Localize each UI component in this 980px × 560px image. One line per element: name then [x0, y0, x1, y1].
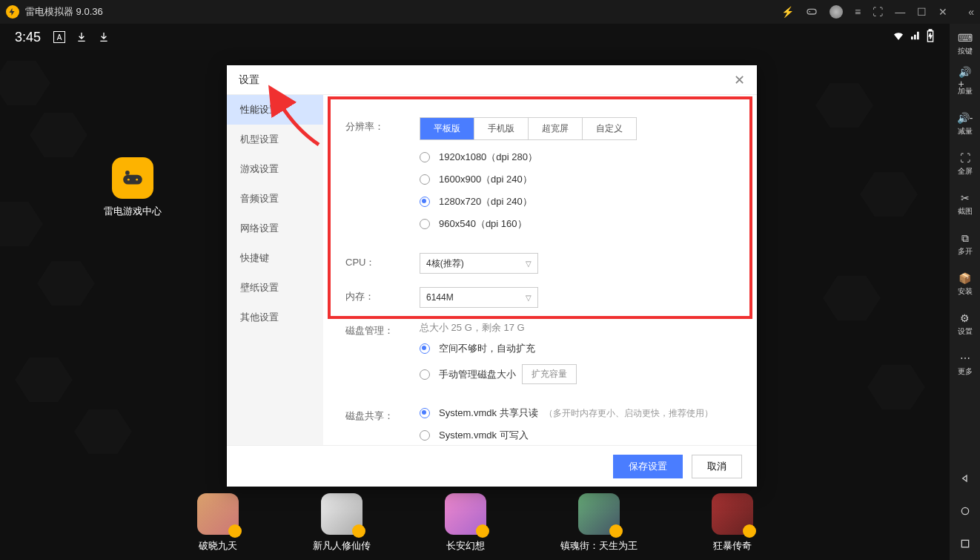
dock-item[interactable]: 狂暴传奇	[712, 493, 753, 560]
volume-up-icon: 🔊+	[959, 71, 972, 85]
cpu-select[interactable]: 4核(推荐) ▽	[420, 253, 538, 274]
android-back-button[interactable]	[950, 462, 980, 495]
close-button[interactable]: ✕	[938, 6, 947, 18]
dock: 破晓九天 新凡人修仙传 长安幻想 镇魂街：天生为王 狂暴传奇	[0, 486, 950, 560]
wifi-icon	[892, 29, 905, 45]
collapse-sidebar-button[interactable]: «	[968, 6, 974, 18]
settings-content: 分辨率： 平板版 手机版 超宽屏 自定义 1920x1080（dpi 280） …	[323, 95, 757, 445]
dialog-close-button[interactable]: ✕	[734, 72, 745, 88]
resolution-option-900p[interactable]: 1600x900（dpi 240）	[420, 173, 735, 186]
side-toolbar: ⌨按键 🔊+加量 🔊-减量 ⛶全屏 ✂截图 ⧉多开 📦安装 ⚙设置 ⋯更多	[950, 24, 980, 560]
memory-select[interactable]: 6144M ▽	[420, 287, 538, 308]
ellipsis-icon: ⋯	[959, 352, 972, 365]
disk-auto-expand-option[interactable]: 空间不够时，自动扩充	[420, 342, 735, 355]
memory-label: 内存：	[345, 287, 420, 303]
android-recent-button[interactable]	[950, 527, 980, 560]
dock-item-label: 狂暴传奇	[712, 539, 753, 553]
radio-icon	[420, 430, 430, 441]
minimize-button[interactable]: —	[895, 6, 905, 18]
tab-custom[interactable]: 自定义	[583, 118, 636, 139]
sidebar-item-model[interactable]: 机型设置	[227, 125, 323, 154]
android-home-button[interactable]	[950, 495, 980, 527]
chevron-down-icon: ▽	[526, 260, 532, 268]
resolution-option-1080p[interactable]: 1920x1080（dpi 280）	[420, 151, 735, 164]
app-logo-icon	[6, 5, 19, 19]
toolbar-volume-up[interactable]: 🔊+加量	[950, 64, 980, 104]
dock-item[interactable]: 镇魂街：天生为王	[560, 493, 638, 560]
sidebar-item-wallpaper[interactable]: 壁纸设置	[227, 273, 323, 303]
radio-icon	[420, 219, 430, 229]
radio-icon	[420, 343, 430, 354]
dock-item[interactable]: 长安幻想	[445, 493, 486, 560]
settings-sidebar: 性能设置 机型设置 游戏设置 音频设置 网络设置 快捷键 壁纸设置 其他设置	[227, 95, 323, 445]
fullscreen-icon: ⛶	[959, 151, 972, 165]
chevron-down-icon: ▽	[526, 294, 532, 302]
toolbar-multi[interactable]: ⧉多开	[950, 224, 980, 264]
cancel-button[interactable]: 取消	[692, 455, 742, 478]
resolution-mode-tabs: 平板版 手机版 超宽屏 自定义	[420, 117, 637, 140]
radio-icon	[420, 369, 430, 380]
resolution-label: 分辨率：	[345, 117, 420, 134]
dock-item-label: 新凡人修仙传	[313, 539, 371, 553]
app-label: 雷电游戏中心	[104, 205, 162, 218]
signal-icon	[910, 30, 921, 45]
sidebar-item-game[interactable]: 游戏设置	[227, 154, 323, 184]
resolution-option-720p[interactable]: 1280x720（dpi 240）	[420, 195, 735, 208]
dock-item[interactable]: 破晓九天	[197, 493, 239, 560]
toolbar-fullscreen[interactable]: ⛶全屏	[950, 144, 980, 184]
multi-instance-icon: ⧉	[959, 231, 972, 245]
gear-icon: ⚙	[959, 312, 972, 325]
svg-point-8	[125, 171, 130, 175]
android-statusbar: 3:45 A	[0, 24, 950, 50]
dialog-footer: 保存设置 取消	[227, 445, 757, 487]
svg-point-7	[136, 179, 138, 181]
dock-item[interactable]: 新凡人修仙传	[313, 493, 371, 560]
app-icon-game-center[interactable]: 雷电游戏中心	[104, 157, 162, 218]
svg-rect-5	[123, 175, 142, 185]
app-title: 雷电模拟器 9.0.36	[25, 5, 103, 19]
expand-disk-button[interactable]: 扩充容量	[522, 364, 577, 384]
menu-icon[interactable]: ≡	[855, 6, 861, 18]
tab-phone[interactable]: 手机版	[474, 118, 529, 139]
disk-info: 总大小 25 G，剩余 17 G	[420, 321, 735, 335]
toolbar-keymap[interactable]: ⌨按键	[950, 24, 980, 64]
dock-item-label: 破晓九天	[197, 539, 239, 553]
sidebar-item-shortcut[interactable]: 快捷键	[227, 243, 323, 273]
disk-manage-label: 磁盘管理：	[345, 321, 420, 337]
avatar[interactable]	[830, 5, 843, 19]
radio-icon	[420, 174, 430, 185]
ime-icon: A	[53, 30, 66, 44]
sidebar-item-other[interactable]: 其他设置	[227, 303, 323, 332]
resolution-option-540p[interactable]: 960x540（dpi 160）	[420, 217, 735, 231]
disk-share-writable-option[interactable]: System.vmdk 可写入	[420, 429, 735, 442]
sidebar-item-performance[interactable]: 性能设置	[227, 95, 323, 125]
dialog-title: 设置	[239, 73, 259, 87]
maximize-button[interactable]: ☐	[917, 6, 927, 18]
gamepad-icon[interactable]	[806, 5, 818, 19]
tab-ultrawide[interactable]: 超宽屏	[529, 118, 583, 139]
radio-icon	[420, 408, 430, 418]
radio-icon	[420, 197, 430, 207]
toolbar-install[interactable]: 📦安装	[950, 264, 980, 304]
toolbar-screenshot[interactable]: ✂截图	[950, 184, 980, 224]
fullscreen-icon[interactable]: ⛶	[873, 6, 883, 18]
boost-icon[interactable]: ⚡	[781, 6, 794, 18]
toolbar-volume-down[interactable]: 🔊-减量	[950, 104, 980, 144]
disk-manual-option[interactable]: 手动管理磁盘大小扩充容量	[420, 364, 735, 384]
toolbar-settings[interactable]: ⚙设置	[950, 304, 980, 344]
sidebar-item-audio[interactable]: 音频设置	[227, 184, 323, 214]
toolbar-more[interactable]: ⋯更多	[950, 344, 980, 384]
svg-point-9	[961, 507, 968, 514]
battery-icon	[926, 29, 935, 45]
svg-rect-4	[929, 30, 932, 31]
sidebar-item-network[interactable]: 网络设置	[227, 214, 323, 243]
svg-point-6	[128, 179, 130, 181]
dock-item-label: 长安幻想	[445, 539, 486, 553]
gamepad-icon	[112, 157, 153, 199]
disk-share-readonly-option[interactable]: System.vmdk 共享只读（多开时内存更小、启动更快，推荐使用）	[420, 406, 735, 420]
tab-tablet[interactable]: 平板版	[420, 118, 474, 139]
svg-rect-0	[807, 9, 816, 14]
save-button[interactable]: 保存设置	[613, 455, 683, 478]
download-icon	[75, 30, 88, 44]
svg-rect-10	[961, 540, 968, 547]
